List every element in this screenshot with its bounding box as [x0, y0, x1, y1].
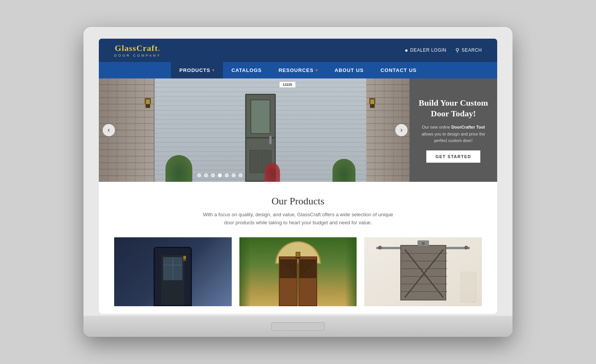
- products-section: Our Products With a focus on quality, de…: [99, 182, 497, 314]
- lantern-left-glow: [146, 100, 150, 104]
- flower-arrangement: [265, 163, 280, 182]
- card1-glass-bar: [173, 257, 173, 280]
- slider-prev-button[interactable]: ‹: [103, 124, 115, 136]
- card3-interior-element: [461, 272, 476, 302]
- dealer-login-label: DEALER LOGIN: [410, 47, 447, 53]
- slide-dot-1[interactable]: [197, 173, 201, 177]
- nav-item-about[interactable]: ABOUT US: [326, 62, 372, 78]
- card1-glass-rail: [163, 265, 182, 265]
- logo-glass: Glass: [115, 43, 136, 53]
- dealer-login-link[interactable]: ● DEALER LOGIN: [405, 47, 447, 53]
- laptop-base: [84, 316, 512, 337]
- hero-cta-desc-after: allows you to design and price the perfe…: [422, 132, 485, 143]
- nav-resources-arrow: ▾: [316, 68, 318, 72]
- nav-products-arrow: ▾: [212, 68, 214, 72]
- slide-dot-6[interactable]: [232, 173, 236, 177]
- hero-cta-desc-before: Our new online: [422, 125, 451, 129]
- product-card-2[interactable]: [239, 237, 357, 306]
- plant-left: [165, 155, 192, 182]
- product-card-1[interactable]: [114, 237, 232, 306]
- card1-lantern-glow: [183, 256, 186, 259]
- nav-contact-label: CONTACT US: [380, 67, 416, 73]
- card1-door: [161, 255, 184, 305]
- door-handle: [269, 136, 272, 144]
- card3-rail-bracket-left: [378, 246, 382, 250]
- nav-about-label: ABOUT US: [335, 67, 364, 73]
- card2-glass-pattern-right: [301, 261, 315, 277]
- laptop-trackpad: [271, 322, 325, 331]
- card2-door-right: [298, 256, 317, 306]
- slide-dot-5[interactable]: [225, 173, 229, 177]
- slide-dot-3[interactable]: [211, 173, 215, 177]
- siding-area: 12225: [155, 78, 366, 182]
- laptop-screen: GlassCraft. DOOR COMPANY ● DEALER LOGIN …: [99, 39, 497, 314]
- slide-dot-2[interactable]: [204, 173, 208, 177]
- header-actions: ● DEALER LOGIN ⚲ SEARCH: [405, 47, 482, 53]
- logo-craft-rest: raft: [143, 43, 158, 53]
- card2-glass-pattern-left: [281, 261, 295, 277]
- nav-item-catalogs[interactable]: CATALOGS: [223, 62, 270, 78]
- logo[interactable]: GlassCraft. DOOR COMPANY: [114, 43, 161, 57]
- card3-rail-bracket-right: [464, 246, 468, 250]
- person-icon: ●: [405, 47, 408, 53]
- product-card-3[interactable]: [364, 237, 482, 306]
- house-number: 12225: [279, 82, 296, 88]
- card2-foliage-left: [239, 237, 251, 306]
- main-nav: PRODUCTS ▾ CATALOGS RESOURCES ▾ ABOUT US…: [99, 62, 497, 78]
- website-content: GlassCraft. DOOR COMPANY ● DEALER LOGIN …: [99, 39, 497, 314]
- search-link[interactable]: ⚲ SEARCH: [455, 47, 482, 53]
- hero-section: ‹: [99, 78, 497, 182]
- card3-door: [400, 245, 446, 300]
- card2-arch-frame: [275, 241, 321, 306]
- logo-text: GlassCraft.: [115, 43, 160, 53]
- plant-right: [332, 159, 355, 182]
- hero-cta-panel: Build Your Custom Door Today! Our new on…: [409, 78, 497, 182]
- logo-craft-colored: C: [136, 43, 143, 53]
- search-label: SEARCH: [462, 47, 482, 53]
- door-panel-left: [249, 150, 260, 173]
- products-title: Our Products: [114, 196, 482, 207]
- hero-cta-title: Build Your Custom Door Today!: [417, 98, 490, 119]
- get-started-button[interactable]: GET STARTED: [426, 150, 480, 163]
- lantern-left-pole: [146, 100, 150, 108]
- next-arrow-icon: ›: [400, 126, 403, 134]
- logo-subtitle: DOOR COMPANY: [114, 54, 161, 57]
- hero-image: 12225: [99, 78, 409, 182]
- logo-dot: .: [158, 43, 160, 53]
- products-grid: [114, 237, 482, 306]
- nav-resources-label: RESOURCES: [278, 67, 313, 73]
- card3-roller: [418, 240, 429, 246]
- nav-item-contact[interactable]: CONTACT US: [372, 62, 425, 78]
- products-description: With a focus on quality, design, and val…: [198, 211, 398, 227]
- site-header: GlassCraft. DOOR COMPANY ● DEALER LOGIN …: [99, 39, 497, 62]
- card2-glass-left: [280, 259, 297, 278]
- hero-cta-desc: Our new online DoorCrafter Tool allows y…: [417, 124, 490, 144]
- card2-glass-right: [299, 259, 316, 278]
- lantern-right-pole: [370, 100, 375, 108]
- card2-lantern-glow: [296, 252, 300, 257]
- search-icon: ⚲: [455, 47, 460, 53]
- card2-double-doors: [279, 256, 317, 306]
- lantern-right-glow: [370, 100, 374, 104]
- slide-dot-7[interactable]: [239, 173, 242, 177]
- card3-door-svg: [401, 246, 447, 301]
- slider-dots: [99, 173, 341, 177]
- laptop-frame: GlassCraft. DOOR COMPANY ● DEALER LOGIN …: [84, 27, 512, 337]
- card1-lantern: [183, 256, 186, 261]
- hero-cta-tool-name: DoorCrafter Tool: [452, 125, 485, 129]
- card2-foliage-right: [345, 237, 357, 306]
- nav-item-products[interactable]: PRODUCTS ▾: [171, 62, 223, 78]
- card2-door-left: [279, 256, 298, 306]
- prev-arrow-icon: ‹: [108, 126, 110, 134]
- nav-catalogs-label: CATALOGS: [231, 67, 262, 73]
- card2-lantern: [296, 252, 300, 259]
- door-glass-panel: [251, 100, 270, 134]
- card3-roller-wheel: [422, 242, 425, 245]
- slider-next-button[interactable]: ›: [395, 124, 408, 136]
- slide-dot-4[interactable]: [218, 173, 222, 177]
- nav-item-resources[interactable]: RESOURCES ▾: [270, 62, 326, 78]
- card1-portico: [154, 247, 192, 306]
- nav-products-label: PRODUCTS: [179, 67, 210, 73]
